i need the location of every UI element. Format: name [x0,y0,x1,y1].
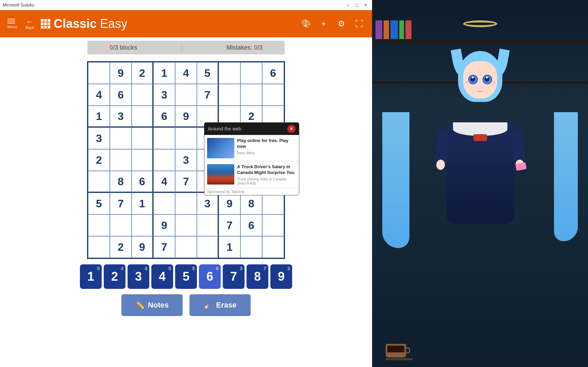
cell-8-0[interactable] [88,236,110,258]
cell-1-2[interactable] [132,84,153,106]
cell-0-6[interactable] [219,62,240,84]
cell-0-2[interactable]: 2 [132,62,153,84]
cell-8-6[interactable]: 1 [219,236,240,258]
cell-7-0[interactable] [88,214,110,236]
cell-2-3[interactable]: 6 [153,106,175,127]
cell-7-6[interactable]: 7 [219,214,240,236]
cell-6-5[interactable]: 3 [197,193,219,214]
cell-0-3[interactable]: 1 [153,62,175,84]
cell-6-8[interactable] [262,193,284,214]
eye-shine [486,76,488,78]
cell-4-2[interactable] [132,149,153,171]
num-btn-8[interactable]: 87 [247,264,268,289]
cell-3-0[interactable]: 3 [88,127,110,149]
num-btn-6[interactable]: 66 [199,264,221,289]
cell-8-5[interactable] [197,236,219,258]
back-button[interactable]: ← Back [23,17,37,31]
cell-8-7[interactable] [240,236,262,258]
cell-7-3[interactable]: 9 [153,214,175,236]
num-btn-2[interactable]: 24 [104,264,125,289]
cell-1-7[interactable] [240,84,262,106]
cell-8-3[interactable]: 7 [153,236,175,258]
erase-button[interactable]: 🧹 Erase [189,294,251,316]
cell-7-5[interactable] [197,214,219,236]
ad-close-button[interactable]: × [287,125,296,133]
mistakes-stat: Mistakes: 0/3 [226,44,263,51]
cell-4-3[interactable] [153,149,175,171]
cell-3-3[interactable] [153,127,175,149]
cell-6-2[interactable]: 1 [132,193,153,214]
cell-4-4[interactable]: 3 [175,149,197,171]
book [384,20,389,39]
grid-dot [48,19,50,22]
cell-5-1[interactable]: 8 [110,171,132,193]
cell-1-6[interactable] [219,84,240,106]
ad-item-1[interactable]: Play online for free. Play now Hero Wars [204,135,299,161]
cup [386,344,406,357]
hamburger-icon [7,19,15,19]
cell-3-4[interactable] [175,127,197,149]
ad-title-2: A Truck Driver's Salary in Canada Might … [237,164,296,176]
num-btn-1[interactable]: 15 [80,264,102,289]
cell-1-0[interactable]: 4 [88,84,110,106]
cell-8-1[interactable]: 2 [110,236,132,258]
cell-8-4[interactable] [175,236,197,258]
add-button[interactable]: + [316,16,331,31]
num-btn-3[interactable]: 34 [128,264,149,289]
grid-dot [44,22,47,25]
cell-2-1[interactable]: 3 [110,106,132,127]
cell-1-1[interactable]: 6 [110,84,132,106]
cell-1-4[interactable] [175,84,197,106]
ad-item-2[interactable]: A Truck Driver's Salary in Canada Might … [204,161,299,188]
expand-button[interactable]: ⛶ [352,16,367,31]
cell-2-4[interactable]: 9 [175,106,197,127]
left-eye [468,75,478,84]
menu-button[interactable]: Menu [5,17,19,31]
number-pad: 152434455566738792 [80,264,292,289]
cell-3-1[interactable] [110,127,132,149]
cell-2-2[interactable] [132,106,153,127]
cell-2-0[interactable]: 1 [88,106,110,127]
cell-6-6[interactable]: 9 [219,193,240,214]
cell-6-7[interactable]: 8 [240,193,262,214]
palette-button[interactable]: 🎨 [299,16,314,31]
cell-5-0[interactable] [88,171,110,193]
cell-0-0[interactable] [88,62,110,84]
cell-1-8[interactable] [262,84,284,106]
cell-1-5[interactable]: 7 [197,84,219,106]
cell-0-7[interactable] [240,62,262,84]
close-button[interactable]: × [362,1,369,9]
cell-6-4[interactable] [175,193,197,214]
cell-0-5[interactable]: 5 [197,62,219,84]
cell-7-8[interactable] [262,214,284,236]
restore-button[interactable]: □ [353,1,360,9]
cell-7-1[interactable] [110,214,132,236]
settings-button[interactable]: ⚙ [334,16,349,31]
cell-5-2[interactable]: 6 [132,171,153,193]
num-btn-4[interactable]: 45 [151,264,173,289]
notes-label: Notes [148,301,169,310]
cell-0-4[interactable]: 4 [175,62,197,84]
cell-6-3[interactable] [153,193,175,214]
cell-5-4[interactable]: 7 [175,171,197,193]
cell-7-7[interactable]: 6 [240,214,262,236]
cell-7-4[interactable] [175,214,197,236]
cell-8-8[interactable] [262,236,284,258]
cell-4-0[interactable]: 2 [88,149,110,171]
cell-3-2[interactable] [132,127,153,149]
cell-7-2[interactable] [132,214,153,236]
cell-8-2[interactable]: 9 [132,236,153,258]
cell-0-8[interactable]: 6 [262,62,284,84]
num-btn-9[interactable]: 92 [270,264,292,289]
num-btn-7[interactable]: 73 [223,264,245,289]
cell-6-0[interactable]: 5 [88,193,110,214]
blocks-label: /3 blocks [113,44,137,51]
minimize-button[interactable]: − [344,1,352,9]
cell-0-1[interactable]: 9 [110,62,132,84]
cell-4-1[interactable] [110,149,132,171]
num-btn-5[interactable]: 55 [175,264,197,289]
cell-5-3[interactable]: 4 [153,171,175,193]
cell-1-3[interactable]: 3 [153,84,175,106]
notes-button[interactable]: ✏️ Notes [121,294,183,316]
cell-6-1[interactable]: 7 [110,193,132,214]
